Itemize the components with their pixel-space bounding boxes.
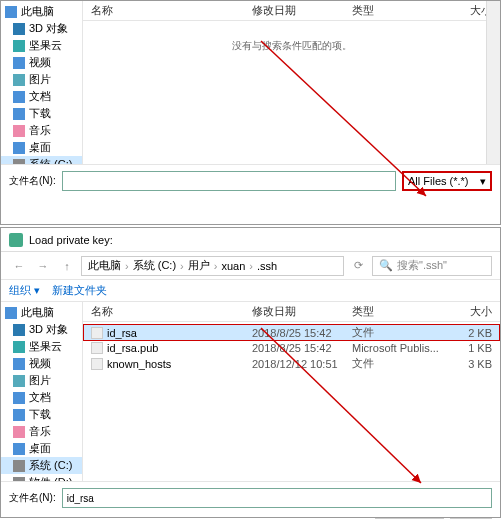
search-input[interactable]: 🔍 搜索".ssh" xyxy=(372,256,492,276)
file-row[interactable]: known_hosts2018/12/12 10:51文件3 KB xyxy=(83,355,500,372)
forward-button[interactable]: → xyxy=(33,256,53,276)
sidebar-item[interactable]: 此电脑 xyxy=(1,304,82,321)
col-date[interactable]: 修改日期 xyxy=(252,3,352,18)
breadcrumb-segment[interactable]: .ssh xyxy=(257,260,277,272)
folder-icon xyxy=(13,477,25,482)
col-size[interactable]: 大小 xyxy=(442,3,492,18)
breadcrumb-segment[interactable]: xuan xyxy=(221,260,245,272)
file-name: id_rsa.pub xyxy=(107,342,252,354)
column-headers[interactable]: 名称 修改日期 类型 大小 xyxy=(83,302,500,322)
file-date: 2018/8/25 15:42 xyxy=(252,342,352,354)
window-title: Load private key: xyxy=(29,234,113,246)
breadcrumb-separator: › xyxy=(125,260,129,272)
empty-message: 没有与搜索条件匹配的项。 xyxy=(83,23,500,69)
col-name[interactable]: 名称 xyxy=(91,3,252,18)
folder-icon xyxy=(13,392,25,404)
folder-icon xyxy=(13,358,25,370)
sidebar-item-label: 视频 xyxy=(29,356,51,371)
scrollbar[interactable] xyxy=(486,1,500,164)
sidebar-item[interactable]: 文档 xyxy=(1,88,82,105)
sidebar-item[interactable]: 下载 xyxy=(1,105,82,122)
file-icon xyxy=(91,358,103,370)
sidebar-item-label: 桌面 xyxy=(29,441,51,456)
folder-icon xyxy=(13,159,25,165)
column-headers[interactable]: 名称 修改日期 类型 大小 xyxy=(83,1,500,21)
sidebar-item[interactable]: 此电脑 xyxy=(1,3,82,20)
sidebar-item-label: 下载 xyxy=(29,106,51,121)
file-list[interactable]: id_rsa2018/8/25 15:42文件2 KBid_rsa.pub201… xyxy=(83,322,500,481)
sidebar-item[interactable]: 视频 xyxy=(1,355,82,372)
file-list[interactable]: 没有与搜索条件匹配的项。 xyxy=(83,21,500,164)
file-size: 2 KB xyxy=(442,327,492,339)
sidebar-item[interactable]: 桌面 xyxy=(1,139,82,156)
file-dialog-2: Load private key: ← → ↑ 此电脑›系统 (C:)›用户›x… xyxy=(0,227,501,518)
file-name: id_rsa xyxy=(107,327,252,339)
sidebar-item[interactable]: 视频 xyxy=(1,54,82,71)
sidebar-item[interactable]: 桌面 xyxy=(1,440,82,457)
sidebar-item[interactable]: 下载 xyxy=(1,406,82,423)
folder-icon xyxy=(13,324,25,336)
col-type[interactable]: 类型 xyxy=(352,304,442,319)
sidebar-item[interactable]: 坚果云 xyxy=(1,338,82,355)
breadcrumb[interactable]: 此电脑›系统 (C:)›用户›xuan›.ssh xyxy=(81,256,344,276)
sidebar-item-label: 系统 (C:) xyxy=(29,157,72,164)
sidebar-item-label: 3D 对象 xyxy=(29,21,68,36)
footer: 文件名(N): All Files (*.*) ▾ xyxy=(1,164,500,197)
folder-icon xyxy=(13,443,25,455)
sidebar-item[interactable]: 软件 (D:) xyxy=(1,474,82,481)
sidebar-item-label: 此电脑 xyxy=(21,4,54,19)
folder-icon xyxy=(5,6,17,18)
breadcrumb-segment[interactable]: 此电脑 xyxy=(88,258,121,273)
file-type-dropdown[interactable]: All Files (*.*) ▾ xyxy=(402,171,492,191)
sidebar-item[interactable]: 音乐 xyxy=(1,122,82,139)
breadcrumb-separator: › xyxy=(249,260,253,272)
sidebar-item[interactable]: 3D 对象 xyxy=(1,20,82,37)
footer: 文件名(N): xyxy=(1,481,500,514)
folder-icon xyxy=(13,375,25,387)
sidebar-item-label: 文档 xyxy=(29,89,51,104)
breadcrumb-segment[interactable]: 用户 xyxy=(188,258,210,273)
sidebar: 此电脑3D 对象坚果云视频图片文档下载音乐桌面系统 (C:)软件 (D:)文档 … xyxy=(1,302,83,481)
sidebar: 此电脑3D 对象坚果云视频图片文档下载音乐桌面系统 (C:)软件 (D:)文档 … xyxy=(1,1,83,164)
sidebar-item[interactable]: 图片 xyxy=(1,71,82,88)
sidebar-item-label: 下载 xyxy=(29,407,51,422)
breadcrumb-segment[interactable]: 系统 (C:) xyxy=(133,258,176,273)
sidebar-item[interactable]: 音乐 xyxy=(1,423,82,440)
up-button[interactable]: ↑ xyxy=(57,256,77,276)
sidebar-item[interactable]: 3D 对象 xyxy=(1,321,82,338)
sidebar-item[interactable]: 文档 xyxy=(1,389,82,406)
folder-icon xyxy=(13,91,25,103)
sidebar-item-label: 此电脑 xyxy=(21,305,54,320)
sidebar-item-label: 坚果云 xyxy=(29,339,62,354)
file-row[interactable]: id_rsa.pub2018/8/25 15:42Microsoft Publi… xyxy=(83,341,500,355)
sidebar-item[interactable]: 系统 (C:) xyxy=(1,156,82,164)
file-size: 1 KB xyxy=(442,342,492,354)
folder-icon xyxy=(13,125,25,137)
filename-input[interactable] xyxy=(62,171,396,191)
sidebar-item-label: 文档 xyxy=(29,390,51,405)
sidebar-item[interactable]: 图片 xyxy=(1,372,82,389)
sidebar-item[interactable]: 坚果云 xyxy=(1,37,82,54)
col-name[interactable]: 名称 xyxy=(91,304,252,319)
folder-icon xyxy=(13,142,25,154)
sidebar-item-label: 音乐 xyxy=(29,424,51,439)
sidebar-item-label: 软件 (D:) xyxy=(29,475,72,481)
col-type[interactable]: 类型 xyxy=(352,3,442,18)
folder-icon xyxy=(5,307,17,319)
sidebar-item[interactable]: 系统 (C:) xyxy=(1,457,82,474)
file-type-value: All Files (*.*) xyxy=(408,175,469,187)
button-row: 打开(O) ▾ 取消 xyxy=(1,514,500,519)
sidebar-item-label: 音乐 xyxy=(29,123,51,138)
back-button[interactable]: ← xyxy=(9,256,29,276)
filename-input[interactable] xyxy=(62,488,492,508)
sidebar-item-label: 视频 xyxy=(29,55,51,70)
folder-icon xyxy=(13,426,25,438)
new-folder-button[interactable]: 新建文件夹 xyxy=(52,283,107,298)
file-dialog-1: 此电脑3D 对象坚果云视频图片文档下载音乐桌面系统 (C:)软件 (D:)文档 … xyxy=(0,0,501,225)
organize-menu[interactable]: 组织 ▾ xyxy=(9,283,40,298)
folder-icon xyxy=(13,460,25,472)
col-date[interactable]: 修改日期 xyxy=(252,304,352,319)
col-size[interactable]: 大小 xyxy=(442,304,492,319)
refresh-button[interactable]: ⟳ xyxy=(348,256,368,276)
file-row[interactable]: id_rsa2018/8/25 15:42文件2 KB xyxy=(83,324,500,341)
